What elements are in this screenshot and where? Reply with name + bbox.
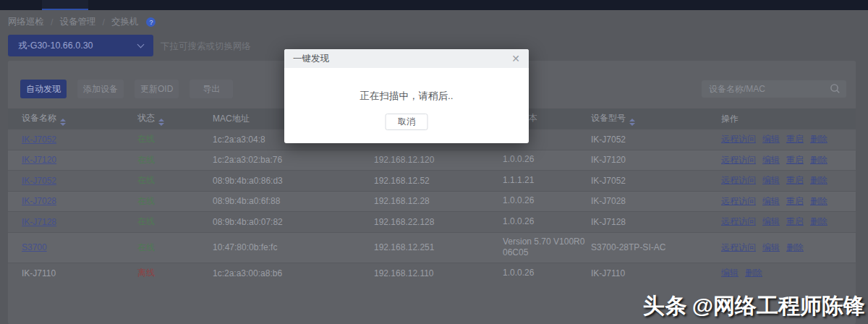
cancel-button[interactable]: 取消 [386,114,428,130]
action-link[interactable]: 编辑 [762,155,780,165]
toolbar-button-0[interactable]: 自动发现 [20,80,67,98]
action-link[interactable]: 删除 [810,216,827,226]
actions-cell: 远程访问编辑重启删除 [721,154,856,166]
status-cell: 在线 [137,216,213,228]
sort-icon[interactable] [629,119,635,126]
action-link[interactable]: 重启 [786,155,804,165]
device-name-link[interactable]: IK-J7052 [22,176,56,186]
sort-icon[interactable] [158,119,164,126]
status-cell: 在线 [137,154,213,166]
table-row: S3700在线10:47:80:0b:fe:fc192.168.12.251Ve… [8,232,856,263]
action-link[interactable]: 远程访问 [721,196,756,206]
column-header-status[interactable]: 状态 [137,112,213,126]
mac-cell: 1c:2a:a3:02:ba:76 [213,155,374,165]
toolbar-button-3[interactable]: 导出 [190,80,233,98]
modal-body: 正在扫描中，请稍后.. 取消 [284,68,529,143]
watermark: 头条@网络工程师陈锋 [643,291,865,321]
action-link[interactable]: 编辑 [721,268,739,278]
actions-cell: 远程访问编辑重启删除 [721,133,856,145]
mac-cell: 1c:2a:a3:00:a8:b6 [213,268,374,278]
status-badge: 在线 [137,155,155,165]
status-badge: 在线 [137,216,155,226]
version-cell: Version 5.70 V100R006C05 [503,236,591,259]
active-browser-tab[interactable] [42,0,88,10]
action-link[interactable]: 编辑 [762,175,780,185]
status-cell: 在线 [137,195,213,208]
table-row: IK-J7110离线1c:2a:a3:00:a8:b6192.168.12.11… [8,263,856,284]
actions-cell: 远程访问编辑重启删除 [721,174,856,187]
action-link[interactable]: 删除 [810,196,827,206]
breadcrumb-separator: / [51,17,53,27]
action-link[interactable]: 重启 [786,134,804,144]
close-icon[interactable]: ✕ [511,54,520,64]
version-cell: 1.0.0.26 [503,268,591,279]
model-cell: IK-J7052 [591,135,721,145]
device-name-cell: IK-J7128 [8,217,137,227]
modal-title: 一键发现 [293,53,511,65]
device-name-link[interactable]: IK-J7052 [22,135,56,145]
status-badge: 在线 [137,196,155,206]
status-badge: 离线 [137,268,155,278]
status-badge: 在线 [137,175,155,185]
column-header-label: 状态 [137,113,155,123]
sort-icon[interactable] [60,119,66,126]
action-link[interactable]: 编辑 [762,216,780,226]
help-icon[interactable]: ? [146,17,156,27]
device-name-cell: S3700 [8,242,137,252]
status-cell: 离线 [137,267,213,279]
status-badge: 在线 [137,242,155,252]
column-header-label: 设备型号 [591,113,626,123]
breadcrumb-item-2[interactable]: 交换机 [111,16,139,28]
action-link[interactable]: 重启 [786,175,804,185]
action-link[interactable]: 编辑 [762,196,780,206]
model-cell: IK-J7128 [591,217,721,227]
action-link[interactable]: 远程访问 [721,155,756,165]
model-cell: S3700-28TP-SI-AC [591,242,721,252]
action-link[interactable]: 远程访问 [721,175,756,185]
action-link[interactable]: 编辑 [762,242,780,252]
action-link[interactable]: 删除 [810,155,827,165]
action-link[interactable]: 删除 [810,175,827,185]
device-name-cell: IK-J7120 [8,155,137,165]
search-icon[interactable] [830,83,841,97]
breadcrumb: 网络巡检/设备管理/交换机? [8,16,156,28]
ip-cell: 192.168.22.128 [374,217,503,227]
column-header-label: 操作 [721,114,739,124]
column-header-name[interactable]: 设备名称 [8,112,137,126]
actions-cell: 远程访问编辑重启删除 [721,216,856,228]
action-link[interactable]: 远程访问 [721,216,756,226]
table-row: IK-J7128在线08:9b:4b:a0:07:82192.168.22.12… [8,211,856,232]
action-link[interactable]: 远程访问 [721,134,756,144]
model-cell: IK-J7120 [591,155,721,165]
action-link[interactable]: 删除 [786,242,804,252]
action-link[interactable]: 远程访问 [721,242,756,252]
action-link[interactable]: 删除 [745,268,762,278]
table-body: IK-J7052在线1c:2a:a3:04:8IK-J7052远程访问编辑重启删… [8,129,856,284]
toolbar-button-2[interactable]: 更新OID [135,80,179,98]
ip-cell: 192.168.12.120 [374,155,503,165]
table-row: IK-J7052在线08:9b:4b:a0:86:d3192.168.12.52… [8,170,856,191]
action-link[interactable]: 重启 [786,216,804,226]
device-name-text: IK-J7110 [22,268,56,278]
network-selector-dropdown[interactable]: 戎-G30-10.66.0.30 [8,35,153,56]
column-header-model[interactable]: 设备型号 [591,112,721,126]
device-name-link[interactable]: IK-J7120 [22,155,56,165]
action-link[interactable]: 删除 [810,134,827,144]
action-link[interactable]: 编辑 [762,134,780,144]
model-cell: IK-J7028 [591,196,721,206]
device-name-link[interactable]: IK-J7028 [22,196,56,206]
breadcrumb-item-1[interactable]: 设备管理 [59,16,95,28]
device-name-link[interactable]: S3700 [22,242,47,252]
version-cell: 1.0.0.26 [503,216,591,228]
toolbar-button-1[interactable]: 添加设备 [77,80,124,98]
column-header-label: MAC地址 [213,114,250,124]
device-name-link[interactable]: IK-J7128 [22,217,56,227]
modal-header: 一键发现 ✕ [284,49,529,68]
network-selector-hint: 下拉可搜索或切换网络 [161,40,251,53]
breadcrumb-item-0[interactable]: 网络巡检 [8,16,44,28]
status-cell: 在线 [137,174,213,187]
action-link[interactable]: 重启 [786,196,804,206]
search-input[interactable] [702,80,825,98]
version-cell: 1.0.0.26 [503,154,591,166]
ip-cell: 192.168.12.52 [374,176,503,186]
